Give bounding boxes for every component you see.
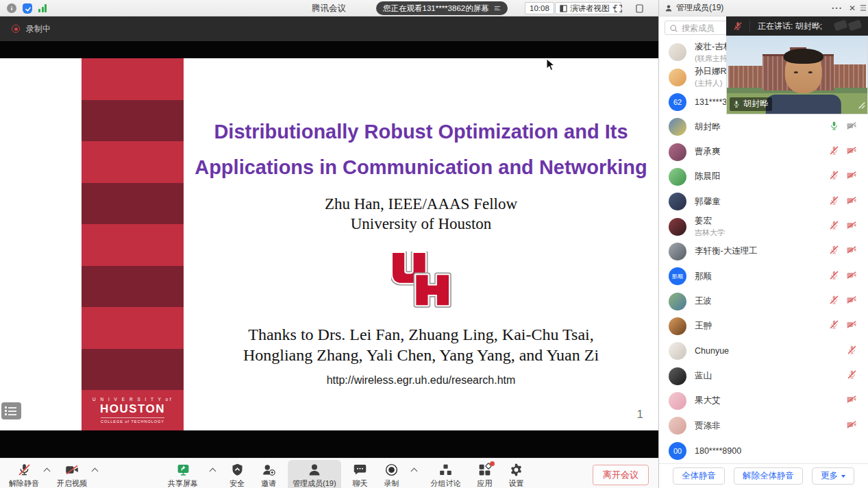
watching-banner[interactable]: 您正在观看131****3862的屏幕 <box>376 1 508 15</box>
participant-row[interactable]: 陈晨阳 <box>659 164 868 189</box>
camera-off-icon[interactable] <box>846 270 857 283</box>
participant-name: 那顺 <box>695 271 829 282</box>
participant-row[interactable]: Chunyue <box>659 339 868 363</box>
camera-off-icon <box>64 462 80 477</box>
mic-muted-icon[interactable] <box>829 220 839 233</box>
panel-handle-icon[interactable] <box>860 5 866 11</box>
video-building <box>728 66 765 90</box>
camera-off-icon[interactable] <box>846 195 857 208</box>
mic-muted-icon[interactable] <box>829 270 839 283</box>
participant-row[interactable]: 胡封晔 <box>659 114 868 139</box>
toolbar-item-members[interactable]: 管理成员(19) <box>288 460 341 488</box>
slide-affiliation: University of Houston <box>184 214 658 234</box>
speaker-person <box>765 48 841 114</box>
speaker-video[interactable]: 胡封晔 <box>726 36 868 114</box>
fullscreen-icon[interactable] <box>614 3 623 16</box>
close-icon[interactable]: ✕ <box>849 3 856 13</box>
mic-muted-icon[interactable] <box>847 369 857 382</box>
toolbar-item-label: 开启视频 <box>57 478 87 488</box>
mouse-cursor <box>546 58 555 74</box>
caret-down-icon <box>841 475 845 478</box>
camera-off-icon[interactable] <box>846 295 857 308</box>
participant-row[interactable]: 蓝山 <box>659 363 868 388</box>
invite-user-icon <box>261 462 276 477</box>
chevron-up-icon[interactable] <box>92 468 99 475</box>
annotation-toolbar-button[interactable] <box>1 402 21 419</box>
camera-off-icon[interactable] <box>846 319 857 332</box>
avatar <box>669 392 686 410</box>
camera-off-icon[interactable] <box>846 145 857 158</box>
camera-off-icon[interactable] <box>846 121 857 134</box>
mic-muted-icon[interactable] <box>733 21 743 31</box>
toolbar-item-share-screen[interactable]: 共享屏幕 <box>163 460 203 488</box>
toolbar-item-invite[interactable]: 邀请 <box>256 460 281 488</box>
mic-on-icon[interactable] <box>829 121 839 134</box>
participant-row[interactable]: 郭馨童 <box>659 189 868 214</box>
toolbar-item-label: 邀请 <box>261 478 276 488</box>
sidebar-toggle-icon[interactable] <box>636 3 643 16</box>
mic-muted-icon[interactable] <box>829 295 839 308</box>
toolbar-item-record[interactable]: 录制 <box>380 460 404 488</box>
toolbar-item-breakout[interactable]: 分组讨论 <box>426 460 466 488</box>
toolbar-item-unmute[interactable]: 解除静音 <box>4 460 44 488</box>
participant-row[interactable]: 曹承爽 <box>659 139 868 164</box>
banner-menu-icon <box>494 5 501 12</box>
participant-row[interactable]: 姜宏吉林大学 <box>659 214 868 239</box>
camera-off-icon[interactable] <box>846 170 857 183</box>
camera-off-icon[interactable] <box>846 220 857 233</box>
breakout-rooms-icon <box>438 462 453 477</box>
avatar <box>669 193 686 210</box>
houston-wordmark-line2: HOUSTON <box>100 402 165 416</box>
participant-row[interactable]: 王翀 <box>659 314 868 339</box>
camera-off-icon[interactable] <box>846 394 857 407</box>
participant-row[interactable]: 贾涤非 <box>659 413 868 438</box>
participant-name: 李轩衡-大连理工 <box>695 245 829 257</box>
mic-muted-icon[interactable] <box>829 319 839 332</box>
avatar <box>669 342 686 360</box>
notification-dot <box>490 461 495 466</box>
participant-row[interactable]: 那顺那顺 <box>659 264 868 289</box>
avatar <box>669 118 686 136</box>
slide-thanks-line1: Thanks to Drs. Lei Fan, Zhuang Ling, Kai… <box>184 324 658 345</box>
chevron-up-icon[interactable] <box>210 468 216 475</box>
more-button[interactable]: 更多 <box>812 467 854 485</box>
chevron-up-icon[interactable] <box>410 468 417 475</box>
avatar <box>669 43 686 61</box>
mic-muted-icon[interactable] <box>829 145 839 158</box>
view-mode-selector[interactable]: 演讲者视图 <box>555 2 621 14</box>
info-icon[interactable]: i <box>7 3 16 13</box>
houston-wordmark: U N I V E R S I T Y of HOUSTON COLLEGE o… <box>82 390 184 430</box>
shield-icon[interactable] <box>23 3 32 14</box>
leave-meeting-button[interactable]: 离开会议 <box>593 465 649 485</box>
mic-muted-icon[interactable] <box>847 345 857 358</box>
participant-row[interactable]: 果大艾 <box>659 389 868 413</box>
unmute-all-button[interactable]: 解除全体静音 <box>734 467 803 485</box>
participant-row[interactable]: 00180****8900 <box>659 439 868 463</box>
toolbar-item-security[interactable]: 安全 <box>225 460 249 488</box>
camera-off-icon[interactable] <box>846 419 857 432</box>
settings-gear-icon <box>509 462 523 477</box>
toolbar-item-apps[interactable]: 应用 <box>473 460 497 488</box>
avatar <box>669 417 686 435</box>
mic-muted-icon[interactable] <box>829 195 839 208</box>
toolbar-item-chat[interactable]: 聊天 <box>348 460 373 488</box>
participant-name: 果大艾 <box>695 395 846 406</box>
toolbar-item-label: 设置 <box>509 478 524 488</box>
mute-all-button[interactable]: 全体静音 <box>673 467 725 485</box>
mic-muted-icon[interactable] <box>829 170 839 183</box>
members-panel-footer: 全体静音解除全体静音更多 <box>659 463 868 488</box>
participant-row[interactable]: 王波 <box>659 289 868 313</box>
chevron-up-icon[interactable] <box>44 468 51 475</box>
record-icon <box>384 462 399 477</box>
camera-off-icon[interactable] <box>846 245 857 258</box>
toolbar-item-settings[interactable]: 设置 <box>504 460 529 488</box>
speaker-video-overlay[interactable]: 正在讲话: 胡封晔; 胡封晔 <box>726 16 868 114</box>
resize-handle[interactable] <box>856 100 866 112</box>
toolbar-item-start-video[interactable]: 开启视频 <box>52 460 92 488</box>
participant-subtitle: 吉林大学 <box>695 228 829 238</box>
participant-name: 曹承爽 <box>695 146 829 158</box>
participant-row[interactable]: 李轩衡-大连理工 <box>659 239 868 264</box>
network-signal-icon[interactable] <box>38 4 47 12</box>
more-icon[interactable]: ··· <box>832 3 843 13</box>
mic-muted-icon[interactable] <box>829 245 839 258</box>
